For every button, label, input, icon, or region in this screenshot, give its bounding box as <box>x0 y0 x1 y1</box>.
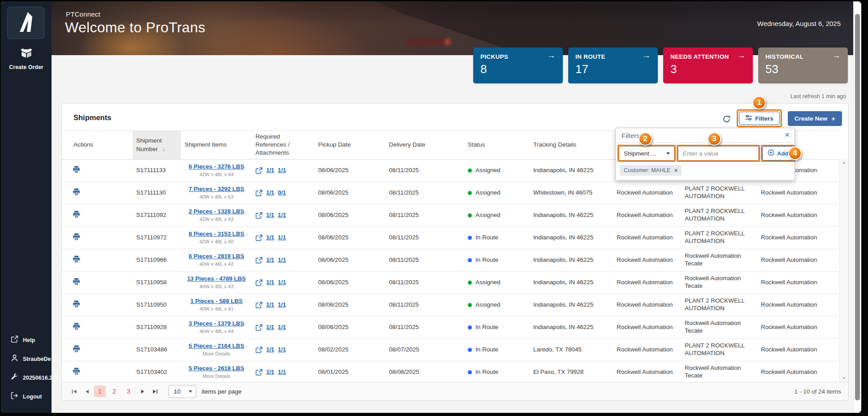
close-icon[interactable]: × <box>785 130 790 139</box>
attachments-link[interactable]: 1/1 <box>278 234 286 241</box>
summary-card-in-route[interactable]: IN ROUTE→17 <box>568 48 658 83</box>
page-3-button[interactable]: 3 <box>123 386 134 397</box>
attachments-link[interactable]: 1/1 <box>278 256 286 264</box>
share-icon[interactable] <box>255 369 263 376</box>
shipment-number-header-label: Shipment Number <box>136 137 162 152</box>
attachments-link[interactable]: 1/1 <box>278 167 286 174</box>
references-link[interactable]: 1/1 <box>266 234 274 241</box>
next-page-button[interactable] <box>137 386 148 397</box>
share-icon[interactable] <box>255 167 263 174</box>
column-header-shipment-items[interactable]: Shipment Items <box>181 131 252 160</box>
consignee-cell: Rockwell Automation Tecate <box>681 249 757 271</box>
print-button[interactable] <box>73 188 80 195</box>
references-link[interactable]: 1/1 <box>266 368 274 376</box>
references-link[interactable]: 1/1 <box>266 301 274 308</box>
shipment-items-link[interactable]: 6 Pieces - 3276 LBS <box>185 163 248 171</box>
page-scrollbar-thumb[interactable] <box>855 14 860 400</box>
references-link[interactable]: 1/1 <box>266 189 274 196</box>
customer-cell: Rockwell Automation <box>613 361 681 382</box>
filter-value-input[interactable] <box>678 146 759 160</box>
summary-card-historical[interactable]: HISTORICAL→53 <box>758 48 848 83</box>
share-icon[interactable] <box>255 212 263 219</box>
summary-card-pickups[interactable]: PICKUPS→8 <box>473 48 563 83</box>
references-link[interactable]: 1/1 <box>266 346 274 353</box>
print-button[interactable] <box>73 323 80 330</box>
column-header-tracking-details[interactable]: Tracking Details <box>530 131 613 160</box>
print-button[interactable] <box>73 368 80 375</box>
card-value: 3 <box>670 63 746 75</box>
page-scrollbar[interactable] <box>853 1 861 413</box>
attachments-link[interactable]: 1/1 <box>278 279 286 286</box>
scroll-up-icon[interactable]: ▲ <box>840 160 848 165</box>
shipment-items-link[interactable]: 7 Pieces - 3292 LBS <box>185 186 248 193</box>
sidebar-bottom-menu: HelpStraubeDe20250616.2Logout <box>1 335 52 401</box>
filters-button[interactable]: Filters <box>739 112 780 125</box>
shipment-items-link[interactable]: 6 Pieces - 2819 LBS <box>185 253 248 260</box>
shipment-items-link[interactable]: 5 Pieces - 2164 LBS <box>185 342 248 350</box>
page-size-select[interactable]: 10 <box>168 385 196 398</box>
column-header-actions[interactable]: Actions <box>62 131 133 160</box>
summary-cards: PICKUPS→8IN ROUTE→17NEEDS ATTENTION→3HIS… <box>473 48 848 83</box>
page-1-button[interactable]: 1 <box>94 386 106 397</box>
column-header-required-refs[interactable]: Required References / Attachments <box>252 131 315 160</box>
share-icon[interactable] <box>255 302 263 308</box>
column-header-pickup-date[interactable]: Pickup Date <box>315 131 385 160</box>
shipment-items-sub: 40W x 48L x 63 <box>185 194 248 200</box>
shipment-items-link[interactable]: 5 Pieces - 2618 LBS <box>185 365 248 373</box>
sidebar-item-user[interactable]: StraubeDe <box>1 354 52 364</box>
first-page-button[interactable] <box>69 386 80 397</box>
share-icon[interactable] <box>255 347 263 353</box>
share-icon[interactable] <box>255 279 263 286</box>
page-2-button[interactable]: 2 <box>108 386 120 397</box>
create-new-button[interactable]: Create New + <box>788 111 842 126</box>
print-button[interactable] <box>73 166 80 173</box>
print-button[interactable] <box>73 256 80 263</box>
references-link[interactable]: 1/1 <box>266 167 274 174</box>
share-icon[interactable] <box>255 234 263 241</box>
summary-card-needs-attention[interactable]: NEEDS ATTENTION→3 <box>663 48 753 83</box>
sidebar-item-version[interactable]: 20250616.2 <box>1 373 52 382</box>
shipment-items-link[interactable]: 2 Pieces - 1328 LBS <box>185 208 248 216</box>
references-link[interactable]: 1/1 <box>266 279 274 286</box>
attachments-link[interactable]: 1/1 <box>278 212 286 219</box>
attachments-link[interactable]: 1/1 <box>278 324 286 331</box>
attachments-link[interactable]: 1/1 <box>278 368 286 376</box>
table-scrollbar[interactable]: ▲ ▼ <box>839 159 848 382</box>
share-icon[interactable] <box>255 190 263 196</box>
column-header-delivery-date[interactable]: Delivery Date <box>385 131 464 160</box>
print-button[interactable] <box>73 211 80 218</box>
print-button[interactable] <box>73 300 80 308</box>
required-refs-cell: 1/11/1 <box>252 338 315 361</box>
sidebar-item-logout[interactable]: Logout <box>1 392 52 401</box>
customer-cell: Rockwell Automation <box>613 226 681 249</box>
shipment-items-link[interactable]: 8 Pieces - 3153 LBS <box>185 230 248 238</box>
references-link[interactable]: 1/1 <box>266 256 274 264</box>
print-button[interactable] <box>73 345 80 352</box>
shipment-items-link[interactable]: 13 Pieces - 4789 LBS <box>185 275 248 283</box>
shipment-number-cell: S17111092 <box>133 204 181 226</box>
share-icon[interactable] <box>255 257 263 264</box>
remove-filter-icon[interactable]: × <box>674 167 678 173</box>
sidebar-item-label: 20250616.2 <box>23 375 52 381</box>
shipment-items-link[interactable]: 3 Pieces - 1379 LBS <box>185 320 248 328</box>
share-icon[interactable] <box>255 324 263 331</box>
shipment-items-link[interactable]: 1 Pieces - 588 LBS <box>185 298 248 305</box>
protrans-logo[interactable] <box>7 7 44 39</box>
attachments-link[interactable]: 1/1 <box>278 301 286 308</box>
attachments-link[interactable]: 0/1 <box>278 189 286 196</box>
print-button[interactable] <box>73 233 80 240</box>
shipment-items-sub: 40W x 48L x 43 <box>185 284 248 290</box>
column-header-status[interactable]: Status <box>464 131 530 160</box>
previous-page-button[interactable] <box>82 386 92 397</box>
last-page-button[interactable] <box>150 386 160 397</box>
refresh-button[interactable] <box>722 115 731 123</box>
references-link[interactable]: 1/1 <box>266 324 274 331</box>
create-order-button[interactable]: Create Order <box>1 48 52 71</box>
column-header-shipment-number[interactable]: Shipment Number↓ <box>133 131 181 160</box>
print-button[interactable] <box>73 278 80 285</box>
sidebar-item-help[interactable]: Help <box>1 335 52 345</box>
attachments-link[interactable]: 1/1 <box>278 346 286 353</box>
scroll-down-icon[interactable]: ▼ <box>840 376 848 380</box>
references-link[interactable]: 1/1 <box>266 212 274 219</box>
filter-field-dropdown[interactable]: Shipment ... <box>619 146 674 160</box>
